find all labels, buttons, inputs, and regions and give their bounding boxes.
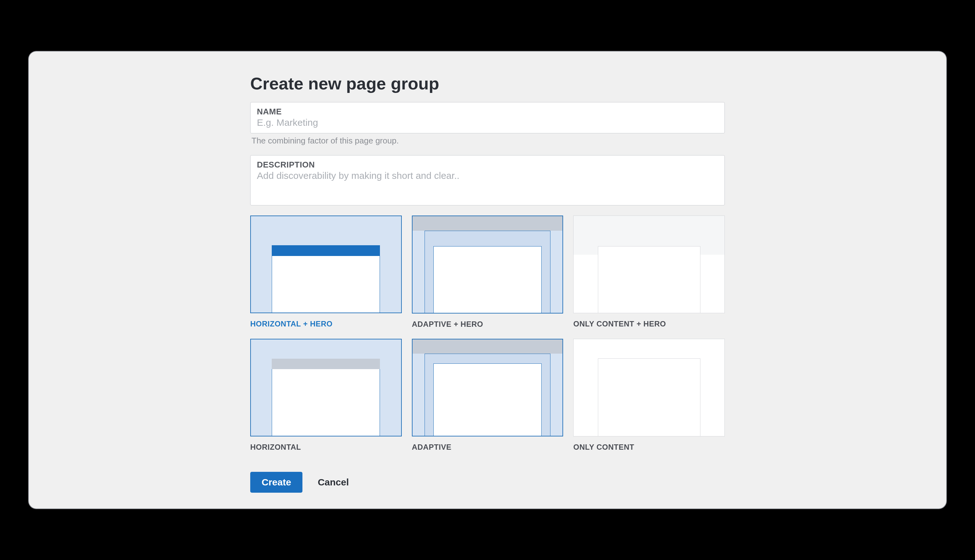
page-title: Create new page group	[250, 73, 725, 93]
create-button[interactable]: Create	[250, 472, 303, 493]
thumb-only-content-hero	[573, 215, 725, 313]
thumb-only-content	[573, 339, 725, 437]
layout-label-adaptive: ADAPTIVE	[412, 443, 564, 452]
name-label: NAME	[257, 107, 718, 117]
dialog-content: Create new page group NAME The combining…	[250, 73, 725, 492]
layout-label-horizontal: HORIZONTAL	[250, 443, 402, 452]
cancel-button[interactable]: Cancel	[311, 472, 355, 493]
name-helper-text: The combining factor of this page group.	[251, 136, 725, 146]
layout-label-only-content: ONLY CONTENT	[573, 443, 725, 452]
layout-option-only-content[interactable]: ONLY CONTENT	[573, 339, 725, 452]
layout-option-adaptive[interactable]: ADAPTIVE	[412, 339, 564, 452]
dialog-window: Create new page group NAME The combining…	[29, 52, 946, 508]
layout-option-adaptive-hero[interactable]: ADAPTIVE + HERO	[412, 215, 564, 328]
thumb-horizontal-hero	[250, 215, 402, 313]
name-field-container: NAME	[250, 102, 725, 133]
layout-option-horizontal[interactable]: HORIZONTAL	[250, 339, 402, 452]
dialog-actions: Create Cancel	[250, 472, 725, 493]
layout-option-only-content-hero[interactable]: ONLY CONTENT + HERO	[573, 215, 725, 328]
thumb-adaptive-hero	[412, 215, 564, 313]
description-input[interactable]	[257, 170, 718, 199]
thumb-adaptive	[412, 339, 564, 437]
layout-label-only-content-hero: ONLY CONTENT + HERO	[573, 320, 725, 328]
layout-options-grid: HORIZONTAL + HERO ADAPTIVE + HERO ONLY C…	[250, 215, 725, 451]
layout-label-adaptive-hero: ADAPTIVE + HERO	[412, 320, 564, 329]
description-label: DESCRIPTION	[257, 160, 718, 170]
description-field-container: DESCRIPTION	[250, 155, 725, 205]
layout-option-horizontal-hero[interactable]: HORIZONTAL + HERO	[250, 215, 402, 328]
name-input[interactable]	[257, 117, 718, 128]
layout-label-horizontal-hero: HORIZONTAL + HERO	[250, 320, 402, 328]
thumb-horizontal	[250, 339, 402, 437]
